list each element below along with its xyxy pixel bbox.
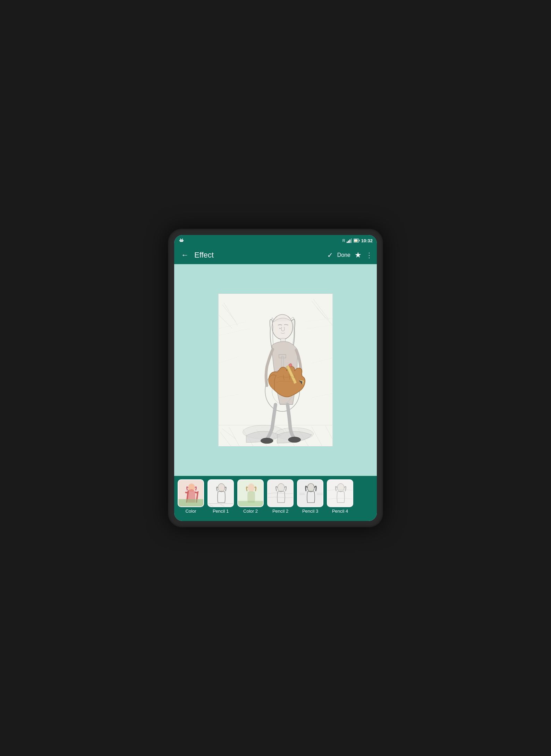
effect-item-pencil1[interactable]: Pencil 1 — [207, 479, 235, 514]
page-title: Effect — [194, 251, 327, 260]
effect-item-color2[interactable]: Color 2 — [237, 479, 264, 514]
hand-pencil-icon — [264, 359, 313, 401]
effect-item-pencil2[interactable]: Pencil 2 — [266, 479, 294, 514]
sketch-image — [218, 294, 333, 446]
svg-text:⚡: ⚡ — [355, 240, 357, 242]
svg-point-73 — [248, 484, 255, 492]
svg-rect-2 — [182, 240, 183, 241]
effect-label-pencil3: Pencil 3 — [302, 509, 318, 514]
svg-rect-0 — [180, 240, 183, 242]
status-time: 10:32 — [361, 238, 373, 243]
svg-rect-4 — [183, 240, 184, 241]
effect-thumb-pencil4 — [327, 479, 353, 507]
svg-point-8 — [182, 238, 183, 239]
effect-label-color: Color — [185, 509, 196, 514]
top-bar: ← Effect ✓ Done ★ ⋮ — [174, 246, 377, 264]
effect-label-pencil2: Pencil 2 — [272, 509, 288, 514]
more-button[interactable]: ⋮ — [366, 251, 373, 259]
svg-rect-3 — [179, 240, 180, 241]
effect-item-color[interactable]: Color — [177, 479, 205, 514]
status-bar-left — [178, 237, 185, 244]
svg-rect-14 — [359, 240, 359, 241]
hand-pencil-overlay — [264, 359, 313, 401]
back-button[interactable]: ← — [178, 249, 192, 261]
cyanogen-icon — [178, 237, 185, 244]
svg-point-84 — [337, 484, 344, 492]
svg-point-7 — [180, 238, 181, 239]
done-button[interactable]: Done — [337, 252, 350, 258]
effect-item-pencil4[interactable]: Pencil 4 — [326, 479, 354, 514]
svg-rect-10 — [348, 241, 349, 243]
svg-rect-12 — [351, 238, 352, 243]
device-screen: R ⚡ 10:32 ← Effect — [174, 235, 377, 521]
svg-point-68 — [218, 484, 225, 492]
svg-rect-11 — [349, 240, 350, 243]
signal-icon — [347, 238, 352, 243]
effect-label-pencil4: Pencil 4 — [332, 509, 348, 514]
effect-label-pencil1: Pencil 1 — [213, 509, 229, 514]
effect-item-pencil3[interactable]: Pencil 3 — [296, 479, 324, 514]
svg-point-48 — [288, 437, 301, 443]
effect-thumb-pencil3 — [297, 479, 323, 507]
effect-thumb-color2 — [237, 479, 264, 507]
status-bar-right: R ⚡ 10:32 — [342, 238, 373, 243]
canvas-area — [174, 264, 377, 476]
sketch-container — [218, 294, 333, 446]
effect-thumb-pencil2 — [267, 479, 294, 507]
svg-rect-66 — [178, 499, 204, 507]
star-button[interactable]: ★ — [355, 251, 362, 260]
check-button[interactable]: ✓ — [327, 251, 333, 259]
top-actions: ✓ Done ★ ⋮ — [327, 251, 373, 260]
effect-thumb-color — [178, 479, 204, 507]
effects-bar: Color Pencil — [174, 476, 377, 521]
effect-label-color2: Color 2 — [243, 509, 258, 514]
svg-point-47 — [261, 438, 273, 444]
svg-rect-74 — [238, 501, 264, 507]
svg-point-78 — [307, 484, 314, 492]
svg-rect-1 — [181, 240, 181, 241]
status-bar: R ⚡ 10:32 — [174, 235, 377, 246]
effect-thumb-pencil1 — [207, 479, 234, 507]
r-label: R — [342, 238, 345, 243]
svg-point-76 — [278, 484, 285, 492]
battery-icon: ⚡ — [354, 238, 360, 243]
device-frame: R ⚡ 10:32 ← Effect — [168, 229, 383, 527]
svg-rect-9 — [347, 242, 348, 243]
